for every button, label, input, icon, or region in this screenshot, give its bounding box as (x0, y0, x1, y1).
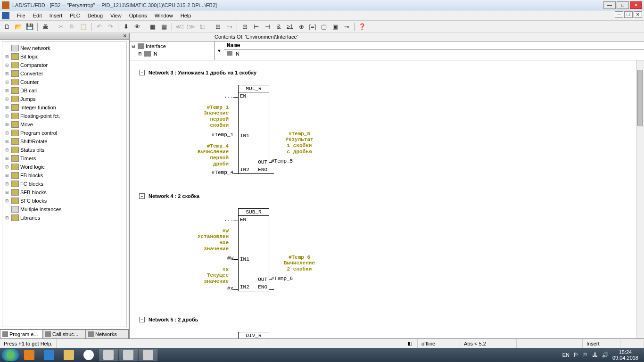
taskbar-explorer[interactable] (59, 349, 78, 361)
div-r-block[interactable]: DIV_R EN (238, 332, 269, 338)
volume-icon[interactable]: 🔊 (602, 352, 609, 358)
maximize-button[interactable]: □ (617, 1, 629, 9)
tab-program-elements[interactable]: Program e... (0, 329, 43, 338)
mul-r-block[interactable]: MUL_R EN IN1 OUT IN2ENO (238, 85, 269, 174)
tree-bit-logic[interactable]: ⊞Bit logic (4, 52, 124, 61)
in2-var[interactable]: #x (210, 286, 233, 291)
action-center-icon[interactable]: 🏳 (583, 352, 588, 358)
interface-tree[interactable]: ⊟Interface ⊞IN (130, 41, 215, 60)
tree-fc-blocks[interactable]: ⊞FC blocks (4, 180, 124, 188)
branch-open-icon[interactable]: ⊢ (251, 22, 261, 32)
and-box-icon[interactable]: & (273, 22, 284, 32)
menu-window[interactable]: Window (151, 12, 177, 19)
taskbar-paint[interactable] (139, 349, 157, 361)
tree-multiple-instances[interactable]: Multiple instances (4, 205, 124, 214)
menu-edit[interactable]: Edit (29, 12, 46, 19)
taskbar-chrome[interactable] (79, 349, 98, 361)
ref-icon[interactable]: ▤ (159, 22, 169, 32)
assign-icon[interactable]: [=] (307, 22, 318, 32)
tree-db-call[interactable]: ⊞DB call (4, 86, 124, 95)
menu-insert[interactable]: Insert (46, 12, 66, 19)
or-box-icon[interactable]: ≥1 (285, 22, 295, 32)
network-icon[interactable]: 🖧 (592, 352, 598, 358)
clock[interactable]: 15:24 09.04.2018 (612, 349, 638, 361)
tree-counter[interactable]: ⊞Counter (4, 78, 124, 86)
elements-tree[interactable]: New network ⊞Bit logic ⊞Comparator ⊞Conv… (2, 41, 127, 327)
sidebar-close-icon[interactable]: ✕ (122, 33, 128, 39)
view-overview-icon[interactable]: ⊞ (213, 22, 223, 32)
vertical-scrollbar[interactable] (636, 60, 644, 338)
view-detail-icon[interactable]: ▭ (224, 22, 234, 32)
en-value[interactable]: ... (205, 93, 233, 99)
ladder-canvas[interactable]: −Network 3 : Умножаем 1 дробь на 1 скобк… (130, 60, 644, 338)
tree-status-bits[interactable]: ⊞Status bits (4, 146, 124, 154)
save-icon[interactable]: 💾 (25, 22, 35, 32)
start-button[interactable] (2, 349, 19, 361)
network-5[interactable]: −Network 5 : 2 дробь DIV_R EN ... (130, 317, 644, 338)
taskbar-media-player[interactable] (20, 349, 39, 361)
out-var[interactable]: #Temp_6 (271, 276, 293, 281)
in1-var[interactable]: #Temp_1 (196, 132, 233, 138)
network-4[interactable]: −Network 4 : 2 скобка SUB_R EN IN1 OUT I… (130, 193, 644, 303)
tree-program-control[interactable]: ⊞Program control (4, 129, 124, 137)
open-icon[interactable]: 📂 (13, 22, 24, 32)
collapse-icon[interactable]: − (139, 70, 145, 75)
new-icon[interactable]: 🗋 (2, 22, 12, 32)
compare-icon[interactable]: ▣ (330, 22, 340, 32)
tab-call-structure[interactable]: Call struc... (43, 329, 86, 338)
inner-close-button[interactable]: ✕ (634, 11, 642, 18)
tree-timers[interactable]: ⊞Timers (4, 154, 124, 163)
language-indicator[interactable]: EN (562, 352, 570, 358)
negate-icon[interactable]: ⊸ (341, 22, 352, 32)
taskbar-simatic[interactable] (119, 349, 138, 361)
sub-r-block[interactable]: SUB_R EN IN1 OUT IN2ENO (238, 208, 269, 291)
help-icon[interactable]: ❓ (357, 22, 367, 32)
dropdown-icon[interactable]: ▼ (217, 49, 222, 53)
tree-integer-function[interactable]: ⊞Integer function (4, 103, 124, 112)
tree-sfb-blocks[interactable]: ⊞SFB blocks (4, 188, 124, 197)
menu-help[interactable]: Help (177, 12, 195, 19)
port-eno: ENO (256, 166, 269, 173)
en-value[interactable]: ... (205, 217, 233, 222)
inner-restore-button[interactable]: ❐ (624, 11, 633, 18)
tab-networks[interactable]: Networks (86, 329, 129, 338)
taskbar-app1[interactable] (99, 349, 118, 361)
collapse-icon[interactable]: − (139, 193, 145, 199)
monitor-icon[interactable]: 👁 (132, 22, 142, 32)
menu-view[interactable]: View (107, 12, 125, 19)
print-icon[interactable]: 🖶 (40, 22, 50, 32)
minimize-button[interactable]: — (603, 1, 616, 9)
out-var[interactable]: #Temp_5 (271, 158, 293, 164)
tree-fb-blocks[interactable]: ⊞FB blocks (4, 171, 124, 180)
tree-converter[interactable]: ⊞Converter (4, 69, 124, 78)
tree-jumps[interactable]: ⊞Jumps (4, 95, 124, 103)
collapse-icon[interactable]: − (139, 317, 145, 322)
branch-close-icon[interactable]: ⊣ (262, 22, 272, 32)
download-icon[interactable]: ⬇ (121, 22, 131, 32)
tree-move[interactable]: ⊞Move (4, 120, 124, 129)
menu-file[interactable]: File (13, 12, 29, 19)
network-insert-icon[interactable]: ⊟ (239, 22, 250, 32)
in2-var[interactable]: #Temp_4 (196, 170, 233, 175)
menu-options[interactable]: Options (125, 12, 151, 19)
tree-shift-rotate[interactable]: ⊞Shift/Rotate (4, 137, 124, 146)
tree-word-logic[interactable]: ⊞Word logic (4, 163, 124, 171)
tree-new-network[interactable]: New network (4, 44, 124, 52)
catalog-icon[interactable]: ▦ (148, 22, 158, 32)
connector-icon[interactable]: ▢ (319, 22, 329, 32)
xor-box-icon[interactable]: ⊕ (296, 22, 306, 32)
menu-plc[interactable]: PLC (66, 12, 83, 19)
scrollbar-thumb[interactable] (637, 70, 643, 126)
interface-table[interactable]: Name IN (224, 41, 644, 60)
flag-icon[interactable]: 🏳 (573, 352, 579, 358)
network-3[interactable]: −Network 3 : Умножаем 1 дробь на 1 скобк… (130, 70, 644, 179)
inner-minimize-button[interactable]: — (615, 11, 623, 18)
in1-var[interactable]: #W (210, 255, 233, 261)
tree-comparator[interactable]: ⊞Comparator (4, 61, 124, 69)
tree-libraries[interactable]: ⊞Libraries (4, 214, 124, 222)
tree-sfc-blocks[interactable]: ⊞SFC blocks (4, 197, 124, 205)
tree-floating-point[interactable]: ⊞Floating-point fct. (4, 112, 124, 120)
taskbar-ie[interactable] (40, 349, 58, 361)
menu-debug[interactable]: Debug (84, 12, 107, 19)
close-button[interactable]: ✕ (630, 1, 642, 9)
